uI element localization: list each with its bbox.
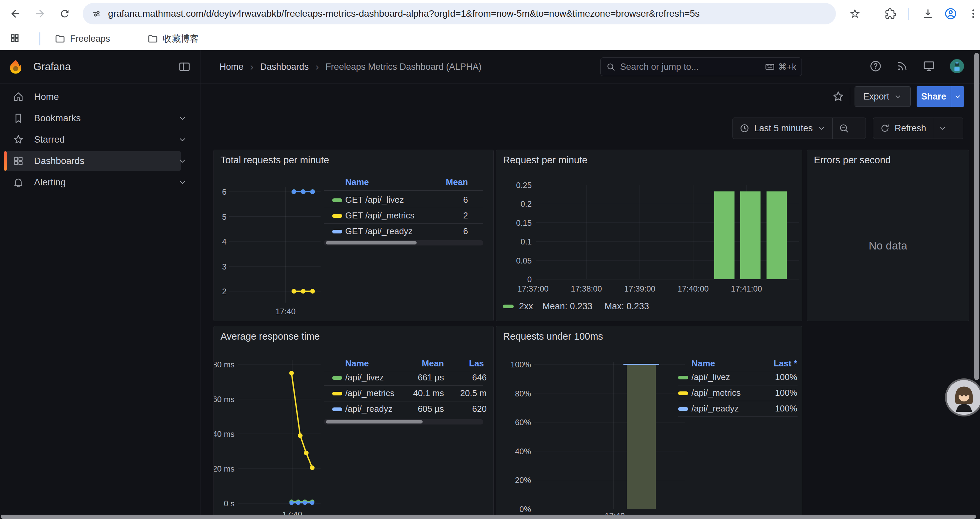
floating-assistant-avatar[interactable] [947,380,980,415]
url-bar[interactable]: grafana.mathmast.com/d/deytv4rwavabkb/fr… [83,3,836,24]
legend-series-value: 646 [324,372,487,383]
legend-divider [324,190,483,191]
axis-tick-label: 0.15 [516,219,532,227]
sidebar-item-starred[interactable]: Starred [0,129,200,150]
axis-tick-label: 17:40:00 [678,284,708,293]
breadcrumb-separator: › [250,61,253,72]
bookmark-star-button[interactable] [844,3,865,24]
breadcrumb-dashboards[interactable]: Dashboards [260,62,309,72]
browser-back-button[interactable] [5,3,26,24]
chevron-down-icon[interactable] [178,135,187,144]
sidebar-item-bookmarks[interactable]: Bookmarks [0,107,200,129]
horizontal-scrollbar[interactable] [1,515,976,519]
legend-series-label[interactable]: 2xx [519,301,533,311]
back-icon [10,8,21,20]
panel-errors-per-second: Errors per second No data [807,150,969,321]
screen: grafana.mathmast.com/d/deytv4rwavabkb/fr… [0,0,980,519]
legend-request-per-minute[interactable]: 2xx Mean: 0.233 Max: 0.233 [503,300,649,313]
sidebar-item-dashboards[interactable]: Dashboards [0,150,200,172]
legend-series-value: 2 [324,211,468,221]
browser-reload-button[interactable] [54,3,75,24]
vertical-scrollbar[interactable] [974,53,979,380]
puzzle-icon [885,8,896,19]
breadcrumb-home[interactable]: Home [220,62,243,72]
legend-scrollbar-thumb[interactable] [326,420,423,423]
grafana-header: Grafana Home › Dashboards › Freeleaps Me… [0,50,980,84]
legend-header-value[interactable]: Las [469,358,484,369]
legend-scrollbar-thumb[interactable] [326,241,417,244]
axis-tick-label: 0% [519,505,531,514]
sidebar-item-alerting[interactable]: Alerting [0,172,200,193]
downloads-button[interactable] [917,3,939,24]
panel-request-per-minute: Request per minute 0.250.20.150.10.05017… [496,150,802,321]
search-placeholder: Search or jump to... [620,62,765,72]
reload-icon [59,8,70,19]
share-menu-button[interactable] [951,86,964,107]
monitor-icon [923,60,935,72]
chevron-down-icon[interactable] [178,114,187,123]
apps-grid-icon [10,33,20,43]
legend-series-value: 100% [678,404,797,414]
axis-tick-label: 80 ms [214,360,234,369]
bell-icon [13,177,24,188]
breadcrumb-current: Freeleaps Metrics Dashboard (ALPHA) [326,62,482,72]
user-avatar[interactable] [949,58,965,75]
axis-tick-label: 0 s [224,499,234,508]
axis-tick-label: 17:40 [275,307,296,316]
axis-tick-label: 17:39:00 [624,284,655,293]
zoom-out-button[interactable] [832,118,855,139]
chevron-down-icon[interactable] [178,156,187,165]
chart-request-per-minute[interactable]: 0.250.20.150.10.05017:37:0017:38:0017:39… [496,150,802,321]
refresh-button[interactable]: Refresh [873,118,933,139]
refresh-interval-button[interactable] [933,118,952,139]
legend-series-value: 620 [324,404,487,414]
apps-grid-button[interactable] [5,29,24,48]
help-icon [869,60,882,72]
time-range-picker[interactable]: Last 5 minutes [733,118,832,139]
browser-toolbar: grafana.mathmast.com/d/deytv4rwavabkb/fr… [0,0,980,27]
browser-menu-button[interactable] [963,3,980,24]
display-button[interactable] [923,60,935,74]
news-button[interactable] [896,60,908,74]
search-input[interactable]: Search or jump to... ⌘+k [600,57,802,76]
refresh-icon [880,123,890,133]
help-button[interactable] [869,60,882,74]
legend-avg-response-time: NameMeanLas/api/_livez661 µs646/api/_met… [324,326,494,430]
brand-title: Grafana [33,50,71,83]
profile-button[interactable] [940,3,961,24]
export-button[interactable]: Export [854,86,911,107]
legend-requests-under-100ms: NameLast */api/_livez100%/api/_metrics10… [678,326,798,426]
chevron-down-icon [954,93,962,101]
bookmarks-bar: Freeleaps 收藏博客 [0,27,980,50]
bookmark-folder-blogs[interactable]: 收藏博客 [143,31,204,46]
axis-tick-label: 80% [515,389,531,398]
share-button[interactable]: Share [916,86,951,107]
favorite-dashboard-button[interactable] [832,90,845,104]
axis-tick-label: 60% [515,418,531,427]
browser-forward-button[interactable] [29,3,51,24]
profile-icon [944,7,957,21]
legend-header-value[interactable]: Mean [324,358,444,369]
selected-highlight [4,151,181,171]
legend-divider [678,385,797,385]
forward-icon [34,8,46,20]
toolbar-divider [908,8,908,20]
legend-dash [503,305,514,308]
panel-title[interactable]: Errors per second [814,155,891,166]
site-info-icon[interactable] [91,8,102,19]
grafana-logo[interactable] [7,59,24,77]
sidebar-nav: Home Bookmarks Starred Dashboards [0,83,200,519]
sidebar-item-home[interactable]: Home [0,86,200,107]
legend-max: Max: 0.233 [605,301,649,311]
panel-requests-under-100ms: Requests under 100ms 100%80%60%40%20%0%1… [496,326,802,519]
legend-header-value[interactable]: Mean [324,177,468,187]
legend-divider [678,417,797,417]
collapse-sidebar-button[interactable] [178,61,191,75]
chevron-down-icon[interactable] [178,178,187,187]
legend-series-value: 100% [678,372,797,382]
bookmark-folder-freeleaps[interactable]: Freeleaps [50,31,115,46]
extensions-button[interactable] [880,3,901,24]
legend-header-value[interactable]: Last * [678,358,797,369]
folder-icon [55,34,65,44]
breadcrumb: Home › Dashboards › Freeleaps Metrics Da… [220,50,482,83]
